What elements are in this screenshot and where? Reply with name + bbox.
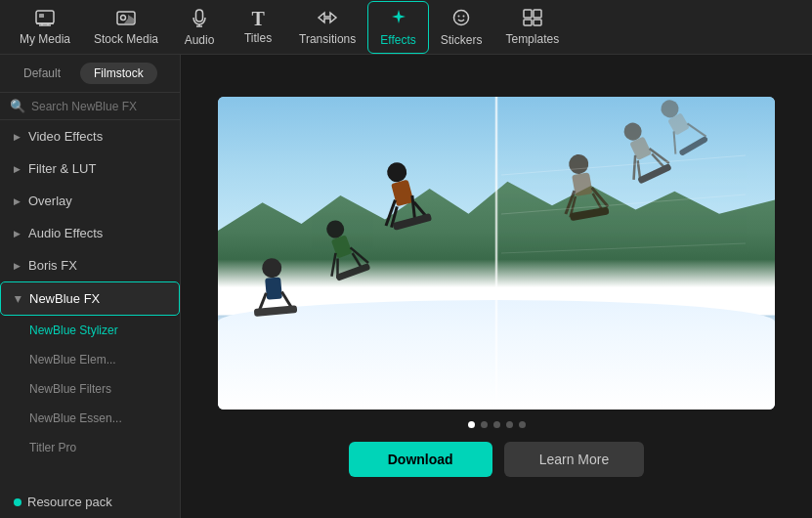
nav-my-media-label: My Media: [20, 32, 70, 46]
svg-line-58: [501, 243, 746, 253]
stock-media-icon: [116, 9, 136, 29]
tab-default[interactable]: Default: [10, 63, 74, 84]
sidebar-item-label: Overlay: [28, 194, 72, 208]
chevron-right-icon: ▶: [14, 196, 21, 206]
dots-indicator: [468, 421, 526, 428]
content-area: Download Learn More: [181, 55, 812, 518]
download-button[interactable]: Download: [349, 442, 492, 477]
snowboarders-svg: [218, 97, 775, 410]
svg-rect-35: [335, 263, 370, 281]
preview-container: [218, 97, 775, 410]
sidebar-item-filter-lut[interactable]: ▶ Filter & LUT: [0, 152, 180, 185]
sidebar-sub-item-stylizer[interactable]: NewBlue Stylizer: [0, 316, 180, 345]
sidebar-item-audio-effects[interactable]: ▶ Audio Effects: [0, 217, 180, 249]
nav-templates[interactable]: Templates: [493, 3, 571, 52]
sidebar: Default Filmstock 🔍 ▶ Video Effects ▶ Fi…: [0, 55, 181, 518]
nav-effects-label: Effects: [380, 33, 415, 47]
svg-rect-50: [637, 162, 672, 184]
sidebar-item-video-effects[interactable]: ▶ Video Effects: [0, 120, 180, 152]
sidebar-item-overlay[interactable]: ▶ Overlay: [0, 185, 180, 217]
sidebar-item-boris-fx[interactable]: ▶ Boris FX: [0, 249, 180, 281]
main-layout: Default Filmstock 🔍 ▶ Video Effects ▶ Fi…: [0, 55, 812, 518]
chevron-right-icon: ▶: [14, 132, 21, 142]
nav-stickers[interactable]: Stickers: [429, 2, 494, 53]
sidebar-item-label: Filter & LUT: [28, 161, 96, 176]
sidebar-sub-item-elem[interactable]: NewBlue Elem...: [0, 345, 180, 374]
top-navigation: My Media Stock Media Audio T Titles: [0, 0, 812, 55]
svg-rect-15: [524, 20, 532, 25]
transitions-icon: [317, 9, 338, 29]
svg-rect-16: [534, 20, 541, 25]
sidebar-item-newblue-fx[interactable]: ▶ NewBlue FX: [0, 281, 180, 316]
nav-stock-media[interactable]: Stock Media: [82, 3, 170, 52]
chevron-right-icon: ▶: [14, 164, 21, 174]
search-icon: 🔍: [10, 99, 25, 113]
svg-rect-18: [265, 277, 282, 299]
sidebar-item-label: Boris FX: [28, 258, 77, 273]
nav-stock-media-label: Stock Media: [94, 32, 158, 46]
learn-more-button[interactable]: Learn More: [504, 442, 645, 477]
svg-point-17: [261, 257, 282, 279]
dot-4[interactable]: [506, 421, 513, 428]
svg-point-11: [458, 15, 460, 17]
sidebar-sub-item-filters[interactable]: NewBlue Filters: [0, 374, 180, 404]
search-bar: 🔍: [0, 93, 180, 120]
nav-audio[interactable]: Audio: [170, 2, 229, 53]
nav-my-media[interactable]: My Media: [8, 3, 82, 52]
audio-icon: [191, 8, 208, 30]
svg-line-46: [624, 154, 644, 179]
sidebar-item-label: Audio Effects: [28, 226, 103, 240]
nav-transitions[interactable]: Transitions: [287, 3, 367, 52]
sidebar-sub-item-essen[interactable]: NewBlue Essen...: [0, 404, 180, 433]
nav-transitions-label: Transitions: [299, 32, 356, 46]
action-buttons: Download Learn More: [349, 442, 644, 477]
svg-point-37: [568, 152, 590, 175]
effects-icon: [389, 8, 408, 30]
svg-rect-0: [36, 11, 54, 23]
sidebar-item-label: Resource pack: [27, 495, 112, 509]
svg-rect-55: [678, 135, 708, 155]
dot-5[interactable]: [519, 421, 526, 428]
nav-titles[interactable]: T Titles: [229, 3, 287, 51]
chevron-down-icon: ▶: [14, 295, 23, 302]
nav-effects[interactable]: Effects: [367, 1, 428, 54]
svg-point-10: [454, 10, 469, 24]
sidebar-sub-item-titler-pro[interactable]: Titler Pro: [0, 433, 180, 462]
svg-point-7: [121, 15, 126, 20]
svg-rect-28: [392, 212, 432, 230]
templates-icon: [523, 9, 542, 29]
nav-audio-label: Audio: [185, 33, 215, 47]
svg-rect-14: [534, 10, 541, 18]
svg-point-12: [463, 15, 465, 17]
sidebar-tabs: Default Filmstock: [0, 55, 180, 93]
sidebar-item-resource-pack[interactable]: Resource pack: [0, 486, 180, 518]
stickers-icon: [451, 8, 471, 30]
resource-dot-icon: [14, 498, 21, 506]
titles-icon: T: [251, 9, 264, 28]
svg-rect-43: [570, 206, 610, 221]
nav-stickers-label: Stickers: [441, 33, 483, 47]
svg-rect-13: [524, 10, 532, 18]
sidebar-item-label: NewBlue FX: [29, 291, 100, 306]
chevron-right-icon: ▶: [14, 261, 21, 271]
nav-titles-label: Titles: [244, 31, 272, 45]
tab-filmstock[interactable]: Filmstock: [80, 63, 157, 84]
sidebar-item-label: Video Effects: [28, 129, 103, 144]
svg-rect-1: [39, 14, 44, 18]
svg-line-57: [501, 194, 746, 214]
dot-1[interactable]: [468, 421, 475, 428]
my-media-icon: [35, 9, 55, 29]
search-input[interactable]: [31, 100, 178, 113]
svg-line-56: [501, 155, 746, 175]
nav-templates-label: Templates: [505, 32, 559, 46]
dot-3[interactable]: [493, 421, 500, 428]
scene-bg: [218, 97, 775, 410]
chevron-right-icon: ▶: [14, 229, 21, 238]
dot-2[interactable]: [481, 421, 488, 428]
